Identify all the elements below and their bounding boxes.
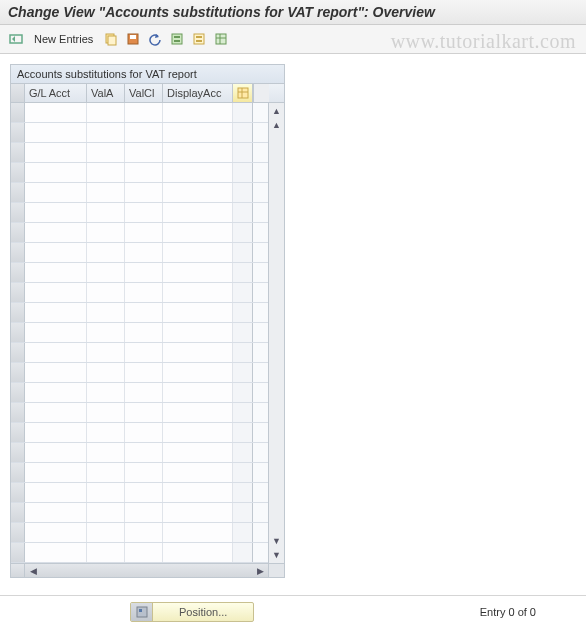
cell-valcl[interactable] [125,503,163,522]
scroll-down-icon[interactable]: ▼ [271,549,283,561]
cell-valcl[interactable] [125,463,163,482]
cell-gl-acct[interactable] [25,143,87,162]
cell-vala[interactable] [87,343,125,362]
cell-valcl[interactable] [125,223,163,242]
cell-valcl[interactable] [125,403,163,422]
cell-vala[interactable] [87,363,125,382]
row-selector[interactable] [11,103,25,122]
cell-gl-acct[interactable] [25,443,87,462]
table-row[interactable] [11,283,268,303]
toggle-view-icon[interactable] [6,29,26,49]
table-row[interactable] [11,183,268,203]
vertical-scrollbar[interactable]: ▲ ▲ ▼ ▼ [268,103,284,563]
cell-valcl[interactable] [125,103,163,122]
configure-columns-icon[interactable] [233,84,253,102]
row-selector[interactable] [11,143,25,162]
table-row[interactable] [11,503,268,523]
cell-gl-acct[interactable] [25,463,87,482]
cell-gl-acct[interactable] [25,303,87,322]
cell-vala[interactable] [87,183,125,202]
copy-icon[interactable] [101,29,121,49]
cell-valcl[interactable] [125,363,163,382]
scroll-left-icon[interactable]: ◀ [27,566,39,576]
scroll-down2-icon[interactable]: ▼ [271,535,283,547]
row-selector[interactable] [11,323,25,342]
cell-valcl[interactable] [125,343,163,362]
cell-gl-acct[interactable] [25,323,87,342]
undo-icon[interactable] [145,29,165,49]
column-header-valcl[interactable]: ValCl [125,84,163,102]
table-row[interactable] [11,543,268,563]
row-selector[interactable] [11,303,25,322]
cell-valcl[interactable] [125,163,163,182]
cell-valcl[interactable] [125,123,163,142]
table-settings-icon[interactable] [211,29,231,49]
scroll-up2-icon[interactable]: ▲ [271,119,283,131]
table-row[interactable] [11,383,268,403]
cell-valcl[interactable] [125,283,163,302]
cell-valcl[interactable] [125,383,163,402]
row-selector[interactable] [11,163,25,182]
cell-valcl[interactable] [125,243,163,262]
row-selector[interactable] [11,203,25,222]
cell-vala[interactable] [87,443,125,462]
table-row[interactable] [11,263,268,283]
deselect-all-icon[interactable] [189,29,209,49]
cell-displayacc[interactable] [163,183,233,202]
cell-displayacc[interactable] [163,243,233,262]
cell-valcl[interactable] [125,303,163,322]
cell-displayacc[interactable] [163,303,233,322]
cell-displayacc[interactable] [163,323,233,342]
cell-gl-acct[interactable] [25,103,87,122]
cell-valcl[interactable] [125,203,163,222]
cell-valcl[interactable] [125,183,163,202]
cell-gl-acct[interactable] [25,283,87,302]
table-row[interactable] [11,403,268,423]
table-row[interactable] [11,243,268,263]
cell-vala[interactable] [87,543,125,562]
cell-vala[interactable] [87,103,125,122]
cell-displayacc[interactable] [163,223,233,242]
cell-valcl[interactable] [125,443,163,462]
cell-gl-acct[interactable] [25,123,87,142]
save-icon[interactable] [123,29,143,49]
row-selector[interactable] [11,263,25,282]
cell-gl-acct[interactable] [25,223,87,242]
scroll-right-icon[interactable]: ▶ [254,566,266,576]
column-header-vala[interactable]: ValA [87,84,125,102]
table-row[interactable] [11,303,268,323]
cell-gl-acct[interactable] [25,483,87,502]
new-entries-button[interactable]: New Entries [28,31,99,47]
cell-displayacc[interactable] [163,443,233,462]
table-row[interactable] [11,483,268,503]
table-row[interactable] [11,423,268,443]
table-row[interactable] [11,363,268,383]
select-all-icon[interactable] [167,29,187,49]
cell-valcl[interactable] [125,263,163,282]
cell-displayacc[interactable] [163,203,233,222]
cell-vala[interactable] [87,503,125,522]
cell-valcl[interactable] [125,143,163,162]
row-selector[interactable] [11,503,25,522]
column-header-gl-acct[interactable]: G/L Acct [25,84,87,102]
row-selector[interactable] [11,403,25,422]
row-selector[interactable] [11,243,25,262]
cell-displayacc[interactable] [163,163,233,182]
cell-displayacc[interactable] [163,403,233,422]
cell-displayacc[interactable] [163,123,233,142]
cell-gl-acct[interactable] [25,203,87,222]
cell-vala[interactable] [87,483,125,502]
cell-vala[interactable] [87,143,125,162]
cell-valcl[interactable] [125,423,163,442]
table-row[interactable] [11,103,268,123]
cell-vala[interactable] [87,383,125,402]
cell-vala[interactable] [87,203,125,222]
cell-displayacc[interactable] [163,263,233,282]
table-row[interactable] [11,323,268,343]
horizontal-scrollbar[interactable]: ◀ ▶ [25,564,268,577]
cell-displayacc[interactable] [163,463,233,482]
row-selector[interactable] [11,343,25,362]
cell-vala[interactable] [87,283,125,302]
scroll-up-icon[interactable]: ▲ [271,105,283,117]
cell-gl-acct[interactable] [25,163,87,182]
